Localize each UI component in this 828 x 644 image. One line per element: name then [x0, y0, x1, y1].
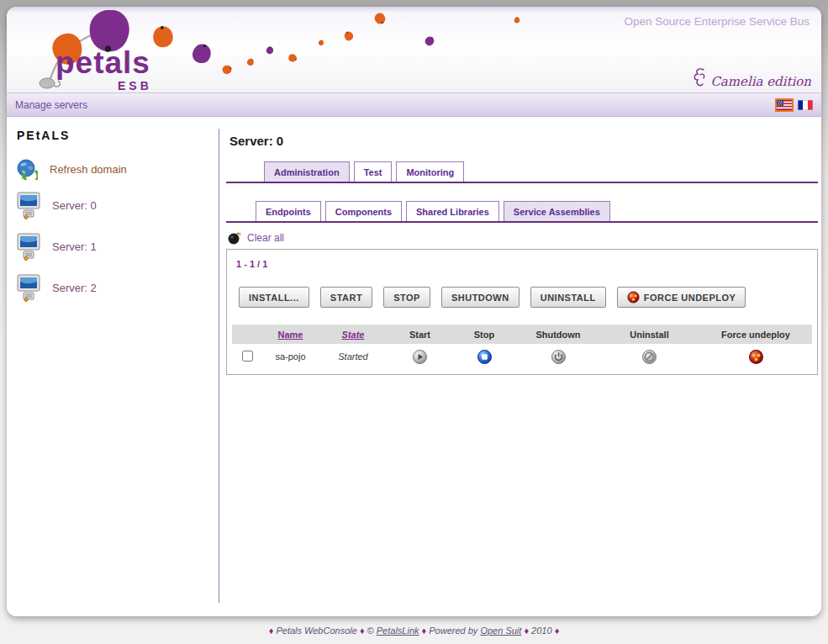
install-button-label: INSTALL... — [249, 293, 299, 303]
fr-flag-icon[interactable] — [798, 100, 813, 110]
computer-icon — [17, 192, 40, 219]
globe-refresh-icon — [17, 159, 38, 180]
footer-separator: ♦ — [269, 626, 274, 636]
install-button[interactable]: INSTALL... — [239, 287, 309, 308]
breadcrumb-bar: Manage servers — [7, 92, 821, 117]
select-column-header — [232, 325, 263, 344]
breadcrumb: Manage servers — [15, 99, 87, 111]
column-header-start: Start — [388, 325, 451, 344]
tab-bar: Administration Test Monitoring — [226, 161, 818, 183]
play-icon[interactable] — [413, 350, 427, 364]
petals-esb-logo: petals ESB — [30, 10, 173, 92]
footer-year: 2010 — [531, 626, 551, 636]
clear-all-button[interactable]: Clear all — [228, 230, 818, 245]
row-name: sa-pojo — [263, 344, 318, 369]
footer-app-name: Petals WebConsole — [276, 626, 356, 636]
sidebar-item-label: Refresh domain — [50, 163, 127, 176]
sidebar: PEtALS Refresh domain — [7, 117, 219, 616]
app-window: petals ESB Open Source Enterprise Servic… — [7, 7, 821, 616]
computer-icon — [17, 233, 40, 261]
subtab-components[interactable]: Components — [325, 201, 402, 221]
open-suit-link[interactable]: Open Suit — [480, 626, 521, 636]
us-flag-icon[interactable] — [777, 100, 792, 110]
language-switcher — [777, 100, 813, 110]
main-panel: Server: 0 Administration Test Monitoring… — [219, 117, 821, 616]
stop-button[interactable]: STOP — [383, 287, 430, 308]
service-assemblies-panel: 1 - 1 / 1 INSTALL... START STOP SHUTDOWN — [226, 249, 818, 375]
uninstall-button[interactable]: UNINSTALL — [530, 287, 606, 308]
footer-powered-by: Powered by — [429, 626, 477, 636]
app-header: petals ESB Open Source Enterprise Servic… — [7, 7, 821, 92]
row-state: Started — [338, 351, 367, 362]
sidebar-item-label: Server: 1 — [52, 240, 97, 253]
service-assemblies-table: Name State Start Stop Shutdown Uninstall… — [232, 325, 812, 369]
footer-separator: ♦ — [524, 626, 529, 636]
tab-monitoring[interactable]: Monitoring — [396, 161, 464, 182]
subtab-bar: Endpoints Components Shared Libraries Se… — [226, 201, 818, 223]
table-row-sa-pojo: sa-pojo Started — [232, 344, 812, 369]
edition-text: Camelia edition — [710, 74, 811, 89]
brand-subname: ESB — [118, 79, 152, 92]
subtab-service-assemblies[interactable]: Service Assemblies — [504, 201, 610, 221]
no-entry-icon[interactable] — [642, 350, 657, 364]
footer-copyright-symbol: © — [367, 626, 374, 636]
pagination-status: 1 - 1 / 1 — [232, 255, 812, 269]
page-title: Server: 0 — [229, 134, 818, 148]
edition-label: Camelia edition — [694, 67, 811, 89]
tab-administration[interactable]: Administration — [264, 161, 350, 182]
footer-separator: ♦ — [422, 626, 427, 636]
stop-button-label: STOP — [393, 293, 420, 303]
sidebar-item-server-0[interactable]: Server: 0 — [17, 192, 219, 219]
clear-all-label: Clear all — [247, 232, 284, 244]
column-header-shutdown: Shutdown — [517, 325, 599, 344]
shutdown-button[interactable]: SHUTDOWN — [441, 287, 519, 308]
tagline: Open Source Enterprise Service Bus — [624, 15, 810, 28]
tab-test[interactable]: Test — [354, 161, 393, 182]
column-header-stop: Stop — [451, 325, 517, 344]
table-header-row: Name State Start Stop Shutdown Uninstall… — [232, 325, 812, 344]
brand-name: petals — [55, 45, 150, 81]
bomb-icon — [228, 230, 241, 245]
camelia-flower-icon — [694, 67, 709, 89]
force-undeploy-button[interactable]: FORCE UNDEPLOY — [617, 287, 746, 308]
shutdown-button-label: SHUTDOWN — [451, 293, 509, 303]
footer-separator: ♦ — [360, 626, 365, 636]
start-button[interactable]: START — [320, 287, 372, 308]
radioactive-icon[interactable] — [749, 350, 763, 364]
sort-by-name-link[interactable]: Name — [278, 330, 303, 340]
force-undeploy-button-label: FORCE UNDEPLOY — [644, 293, 736, 303]
start-button-label: START — [330, 293, 362, 303]
sidebar-divider — [219, 129, 219, 603]
subtab-shared-libraries[interactable]: Shared Libraries — [406, 201, 499, 221]
petalslink-link[interactable]: PetalsLink — [377, 626, 419, 636]
content-area: PEtALS Refresh domain — [7, 117, 821, 616]
power-icon[interactable] — [551, 350, 566, 364]
sidebar-item-label: Server: 0 — [52, 199, 97, 212]
row-checkbox[interactable] — [242, 351, 253, 362]
uninstall-button-label: UNINSTALL — [541, 293, 596, 303]
footer-separator: ♦ — [555, 626, 560, 636]
radioactive-icon — [627, 291, 640, 304]
subtab-endpoints[interactable]: Endpoints — [256, 201, 321, 221]
sidebar-item-label: Server: 2 — [52, 282, 97, 294]
sidebar-item-refresh-domain[interactable]: Refresh domain — [17, 159, 219, 180]
page-footer: ♦ Petals WebConsole ♦ © PetalsLink ♦ Pow… — [0, 626, 828, 636]
action-button-row: INSTALL... START STOP SHUTDOWN UNINSTALL — [239, 287, 812, 308]
sidebar-item-server-1[interactable]: Server: 1 — [17, 233, 219, 261]
stop-icon[interactable] — [477, 350, 492, 364]
column-header-uninstall: Uninstall — [599, 325, 699, 344]
column-header-force-undeploy: Force undeploy — [699, 325, 812, 344]
sidebar-item-server-2[interactable]: Server: 2 — [17, 274, 219, 302]
computer-icon — [17, 274, 40, 302]
sidebar-title: PEtALS — [17, 129, 219, 142]
sort-by-state-link[interactable]: State — [342, 330, 365, 340]
